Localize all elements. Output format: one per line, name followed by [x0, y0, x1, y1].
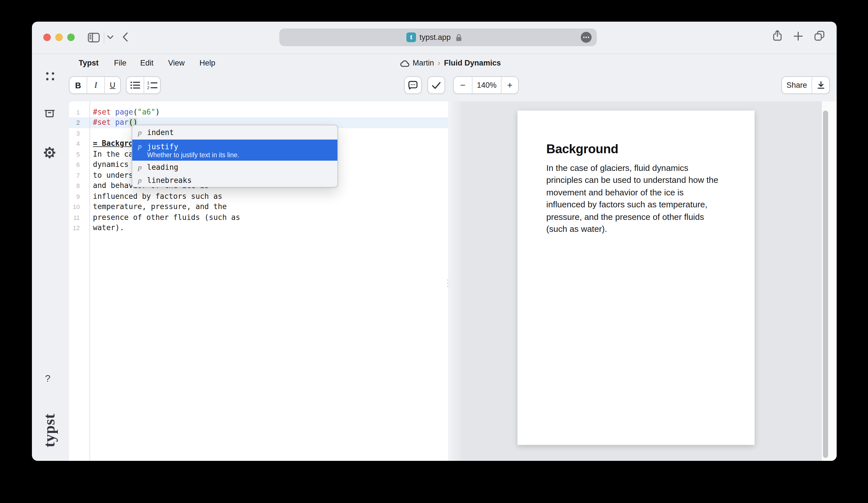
- svg-text:1: 1: [147, 81, 149, 85]
- page-settings-icon[interactable]: [581, 32, 592, 43]
- pane-shadow-gradient: [448, 102, 464, 461]
- code-line[interactable]: #set page("a6"): [93, 107, 160, 117]
- breadcrumb-separator: ›: [438, 58, 440, 69]
- new-tab-icon[interactable]: [793, 31, 803, 41]
- code-line[interactable]: presence of other fluids (such as: [93, 212, 240, 223]
- preview-body-text: In the case of glaciers, fluid dynamics …: [546, 161, 727, 235]
- line-number: 3: [69, 128, 80, 138]
- numbered-list-icon: 1 2: [147, 81, 158, 90]
- line-number: 7: [69, 170, 80, 181]
- saved-status-button[interactable]: [427, 76, 445, 94]
- typst-logo[interactable]: typst: [41, 402, 59, 459]
- line-number: 5: [69, 149, 80, 159]
- menu-file[interactable]: File: [114, 58, 126, 69]
- url-text: typst.app: [420, 29, 451, 46]
- settings-gear-icon[interactable]: [44, 147, 55, 158]
- italic-button[interactable]: I: [87, 77, 104, 93]
- autocomplete-description: Whether to justify text in its line.: [147, 151, 239, 158]
- share-page-icon[interactable]: [772, 30, 783, 42]
- traffic-close-button[interactable]: [43, 34, 51, 41]
- chrome-separator: [32, 54, 837, 54]
- autocomplete-item-leading[interactable]: p leading: [132, 161, 338, 174]
- menu-help[interactable]: Help: [199, 58, 215, 69]
- preview-scrollbar-thumb[interactable]: [823, 110, 828, 458]
- back-button-icon[interactable]: [121, 31, 130, 43]
- zoom-group: − 140% +: [453, 76, 519, 94]
- app-grid-icon[interactable]: [45, 72, 55, 81]
- code-line[interactable]: #set par(): [93, 117, 138, 128]
- menu-typst[interactable]: Typst: [79, 58, 99, 69]
- autocomplete-dropdown: p indent p justify Whether to justify te…: [132, 125, 338, 187]
- share-button[interactable]: Share: [782, 77, 812, 93]
- preview-scrollbar-track[interactable]: [822, 102, 837, 461]
- screenshot-stage: t typst.app Typst File Edit View: [0, 0, 868, 503]
- cloud-sync-icon: [400, 60, 410, 67]
- line-number: 2: [69, 117, 80, 128]
- numbered-list-button[interactable]: 1 2: [144, 77, 160, 93]
- line-number: 12: [69, 223, 80, 233]
- line-number: 11: [69, 212, 80, 223]
- underline-button[interactable]: U: [104, 77, 120, 93]
- code-line[interactable]: influenced by factors such as: [93, 191, 222, 202]
- bold-button[interactable]: B: [70, 77, 87, 93]
- zoom-in-button[interactable]: +: [501, 77, 518, 93]
- chevron-down-icon[interactable]: [106, 35, 114, 40]
- param-type-icon: p: [138, 163, 147, 172]
- preview-page: Background In the case of glaciers, flui…: [517, 110, 755, 445]
- autocomplete-item-justify[interactable]: p justify Whether to justify text in its…: [132, 139, 338, 161]
- line-number: 8: [69, 181, 80, 191]
- download-button[interactable]: [812, 77, 829, 93]
- svg-text:2: 2: [147, 85, 149, 90]
- breadcrumb-workspace[interactable]: Martin: [413, 58, 434, 69]
- param-type-icon: p: [138, 128, 147, 137]
- templates-tray-icon[interactable]: [44, 109, 55, 118]
- preview-heading: Background: [546, 140, 727, 157]
- zoom-level[interactable]: 140%: [472, 77, 501, 93]
- line-number: 6: [69, 159, 80, 170]
- site-favicon: t: [406, 32, 416, 42]
- text-style-group: B I U: [69, 76, 121, 94]
- comment-icon: [408, 80, 418, 90]
- browser-window: t typst.app Typst File Edit View: [32, 22, 837, 461]
- line-number: 9: [69, 191, 80, 202]
- traffic-minimize-button[interactable]: [55, 34, 63, 41]
- code-line[interactable]: water).: [93, 223, 124, 233]
- menu-view[interactable]: View: [168, 58, 185, 69]
- zoom-out-button[interactable]: −: [454, 77, 472, 93]
- sidebar-toggle-icon[interactable]: [88, 32, 100, 43]
- help-button[interactable]: ?: [45, 373, 50, 385]
- chrome-divider: [104, 32, 104, 43]
- comment-button[interactable]: [404, 76, 422, 94]
- code-line[interactable]: temperature, pressure, and the: [93, 202, 227, 212]
- menu-edit[interactable]: Edit: [140, 58, 154, 69]
- line-number: 4: [69, 138, 80, 149]
- autocomplete-item-linebreaks[interactable]: p linebreaks: [132, 174, 338, 187]
- bullet-list-icon: [130, 81, 141, 90]
- bullet-list-button[interactable]: [126, 77, 144, 93]
- autocomplete-item-indent[interactable]: p indent: [132, 125, 338, 139]
- preview-pane: Background In the case of glaciers, flui…: [448, 102, 837, 461]
- tab-overview-icon[interactable]: [814, 30, 825, 42]
- param-type-icon: p: [138, 142, 147, 151]
- download-icon: [816, 81, 825, 90]
- share-group: Share: [781, 76, 830, 94]
- lock-icon: [455, 34, 462, 42]
- check-icon: [432, 81, 441, 89]
- line-number: 1: [69, 107, 80, 117]
- gutter-separator: [90, 102, 90, 461]
- breadcrumb-document: Fluid Dynamics: [444, 58, 501, 69]
- traffic-zoom-button[interactable]: [67, 34, 75, 41]
- param-type-icon: p: [138, 176, 147, 185]
- url-bar[interactable]: t typst.app: [279, 29, 597, 46]
- line-number: 10: [69, 202, 80, 212]
- list-group: 1 2: [126, 76, 161, 94]
